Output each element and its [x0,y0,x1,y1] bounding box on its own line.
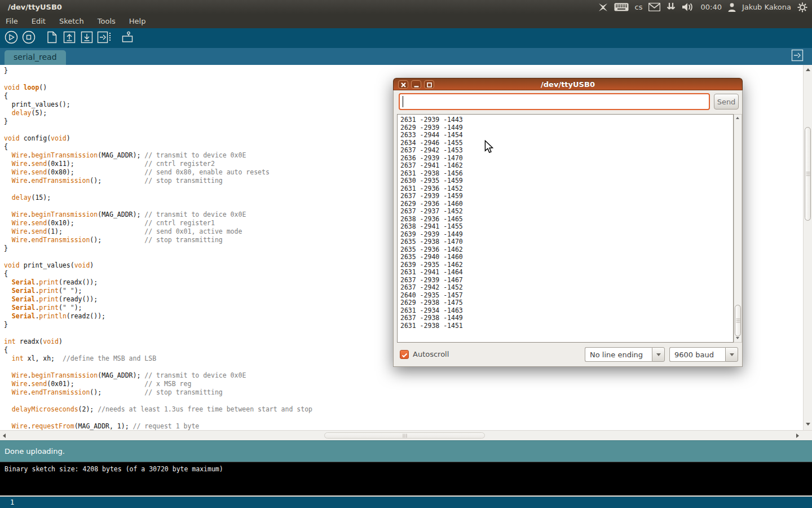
scroll-down-arrow-icon[interactable] [736,337,739,339]
editor-vertical-scrollbar[interactable] [803,65,812,430]
serial-data-row: 2635 -2936 -1462 [400,246,733,254]
baud-rate-select[interactable]: 9600 baud [669,347,725,362]
serial-data-row: 2637 -2941 -1462 [400,162,733,170]
serial-data-row: 2634 -2946 -1455 [400,139,733,147]
serial-data-row: 2631 -2934 -1463 [400,307,733,315]
status-bar: Done uploading. [0,440,812,462]
scroll-left-arrow-icon[interactable] [3,433,6,438]
indicator-x-icon[interactable] [598,3,608,12]
screen: /dev/ttyUSB0 cs 00:40 Jakub Kakona [0,0,812,508]
autoscroll-checkbox[interactable] [400,350,409,359]
scroll-up-arrow-icon[interactable] [736,117,739,119]
serial-data-row: 2635 -2940 -1460 [400,253,733,261]
sync-arrows-icon[interactable] [667,2,676,12]
window-maximize-button[interactable] [424,80,434,89]
serial-monitor-button[interactable] [120,31,135,46]
play-icon [5,30,18,46]
desktop-top-panel: /dev/ttyUSB0 cs 00:40 Jakub Kakona [0,0,812,14]
new-document-icon [46,31,58,46]
serial-output-list[interactable]: 2631 -2939 -14432629 -2939 -14492633 -29… [397,114,734,343]
serial-monitor-title: /dev/ttyUSB0 [394,80,742,89]
line-indicator: 1 [10,498,14,506]
serial-monitor-body: Send 2631 -2939 -14432629 -2939 -1449263… [393,90,743,367]
editor-hscrollbar-thumb[interactable] [324,432,485,439]
serial-data-row: 2630 -2935 -1459 [400,177,733,185]
user-icon[interactable] [728,3,736,12]
tab-menu-button[interactable] [791,50,804,63]
menu-tools[interactable]: Tools [98,17,116,25]
code-line: Wire.beginTransmission(MAG_ADDR); // tra… [4,371,803,380]
maximize-icon [427,79,432,90]
send-button[interactable]: Send [714,94,739,110]
serial-send-input[interactable] [399,93,710,110]
new-sketch-button[interactable] [45,31,59,46]
mail-icon[interactable] [648,3,660,11]
volume-icon[interactable] [682,2,694,12]
baud-rate-dropdown-button[interactable] [725,347,738,362]
text-caret [403,96,403,107]
tab-menu-arrow-icon [791,49,804,64]
serial-monitor-icon [121,31,134,46]
menu-sketch[interactable]: Sketch [59,17,84,25]
serial-data-row: 2637 -2937 -1452 [400,208,733,216]
window-close-button[interactable] [398,80,408,89]
serial-list-scrollbar[interactable] [734,114,742,343]
upload-button[interactable] [97,31,112,46]
scroll-down-arrow-icon[interactable] [806,423,810,426]
menu-bar: File Edit Sketch Tools Help [0,14,812,28]
serial-data-row: 2631 -2938 -1451 [400,322,733,330]
keyboard-layout-label[interactable]: cs [635,3,643,11]
serial-data-row: 2631 -2941 -1464 [400,269,733,277]
checkmark-icon [401,349,408,360]
clock[interactable]: 00:40 [700,3,721,11]
serial-data-row: 2640 -2935 -1457 [400,292,733,300]
editor-tab-bar: serial_read [0,48,812,66]
menu-file[interactable]: File [6,17,18,25]
menu-help[interactable]: Help [129,17,146,25]
autoscroll-label: Autoscroll [413,350,449,358]
serial-monitor-titlebar[interactable]: /dev/ttyUSB0 [393,78,743,90]
editor-horizontal-scrollbar[interactable] [0,430,812,440]
serial-data-row: 2629 -2936 -1460 [400,200,733,208]
system-tray: cs 00:40 Jakub Kakona [598,0,812,14]
keyboard-icon[interactable] [614,3,629,11]
serial-data-row: 2637 -2942 -1453 [400,147,733,155]
window-minimize-button[interactable] [411,80,421,89]
code-line [4,397,803,405]
serial-scrollbar-thumb[interactable] [735,305,741,336]
serial-data-row: 2638 -2941 -1455 [400,223,733,231]
serial-data-row: 2631 -2939 -1443 [400,116,733,124]
upload-right-arrow-icon [97,31,112,46]
open-sketch-button[interactable] [62,31,77,46]
scroll-up-arrow-icon[interactable] [806,68,810,71]
menu-edit[interactable]: Edit [32,17,46,25]
serial-data-row: 2635 -2938 -1470 [400,238,733,246]
open-up-arrow-icon [63,31,76,46]
serial-data-row: 2638 -2936 -1465 [400,216,733,224]
line-ending-select[interactable]: No line ending [585,347,652,362]
user-name[interactable]: Jakub Kakona [742,3,791,11]
ide-toolbar [0,28,812,48]
minimize-icon [414,79,419,90]
stop-icon [22,30,36,46]
close-icon [401,79,406,90]
tab-serial-read[interactable]: serial_read [5,50,66,65]
code-line: Wire.endTransmission(); // stop transmit… [4,388,803,397]
serial-data-row: 2639 -2939 -1449 [400,231,733,239]
serial-data-row: 2637 -2939 -1459 [400,192,733,200]
code-line: Wire.requestFrom(MAG_ADDR, 1); // reques… [4,422,803,430]
line-number-strip: 1 [0,496,812,508]
session-gear-icon[interactable] [797,2,807,12]
line-ending-dropdown-button[interactable] [652,347,665,362]
serial-data-row: 2631 -2936 -1452 [400,185,733,193]
save-sketch-button[interactable] [80,31,94,46]
scroll-right-arrow-icon[interactable] [796,433,799,438]
save-down-arrow-icon [81,31,93,46]
verify-button[interactable] [4,31,19,46]
stop-button[interactable] [21,31,36,46]
editor-scrollbar-thumb[interactable] [805,127,811,221]
code-line: delayMicroseconds(2); //needs at least 1… [4,405,803,414]
serial-monitor-window: /dev/ttyUSB0 Send 2631 -2939 -14432629 -… [393,78,743,367]
serial-data-row: 2629 -2939 -1449 [400,124,733,132]
focused-window-title: /dev/ttyUSB0 [0,3,62,11]
